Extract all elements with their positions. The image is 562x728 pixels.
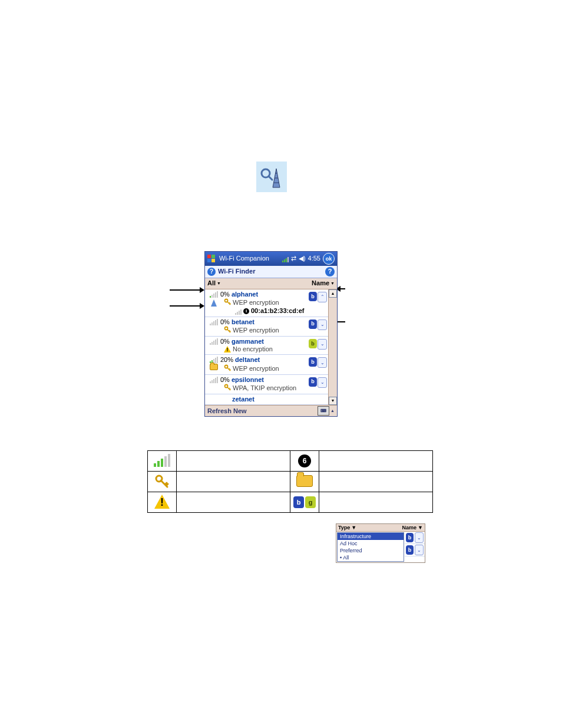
- status-bar: Wi-Fi Companion ⇄ ◀) 4:55 ok: [205, 252, 337, 266]
- network-name: betanet: [232, 318, 254, 326]
- app-title: Wi-Fi Companion: [219, 255, 279, 262]
- legend-signal-icon: [148, 451, 177, 472]
- signal-bars-icon: [210, 338, 218, 345]
- filter-type-menu: InfrastructureAd HocPreferred• All: [337, 532, 404, 562]
- connectivity-icon: ⇄: [291, 255, 296, 262]
- signal-percent: 0%: [220, 376, 230, 384]
- expand-toggle[interactable]: ⌄: [318, 319, 327, 330]
- legend-channel-icon: 6: [290, 451, 319, 472]
- mini-filter-type-dropdown[interactable]: Type ▼: [338, 525, 356, 531]
- scroll-down-button[interactable]: ▼: [329, 397, 337, 405]
- warning-icon: [224, 346, 231, 353]
- filter-sort-bar: All ▼ Name ▼: [205, 278, 337, 289]
- icon-legend-table: 6 b g: [147, 450, 433, 513]
- device-screenshot: Wi-Fi Companion ⇄ ◀) 4:55 ok ? Wi-Fi Fin…: [204, 251, 338, 417]
- band-b-badge: b: [309, 292, 317, 301]
- chevron-down-icon: ▼: [330, 281, 335, 286]
- expand-toggle[interactable]: ⌄: [318, 357, 327, 368]
- expand-toggle[interactable]: ⌄: [318, 377, 327, 388]
- network-row[interactable]: 0% epsilonnetWPA, TKIP encryptionb⌄: [205, 375, 328, 394]
- chevron-down-icon: ▼: [351, 525, 356, 531]
- encryption-label: WEP encryption: [233, 299, 279, 307]
- chevron-up-icon: ▲: [330, 409, 335, 413]
- scroll-up-button[interactable]: ▲: [329, 289, 337, 298]
- ok-button[interactable]: ok: [323, 253, 335, 265]
- callout-arrow-filterbar: [170, 289, 204, 291]
- chevron-down-icon: ▼: [217, 281, 221, 286]
- signal-bars-icon: [210, 376, 218, 383]
- network-list: 0% alphanetWEP encryptioni00:a1:b2:33:cd…: [205, 289, 328, 405]
- filter-type-label: All: [207, 279, 216, 287]
- signal-percent: 20%: [220, 356, 233, 364]
- keyboard-button[interactable]: ⌨: [318, 406, 329, 416]
- band-b-badge: b: [309, 319, 317, 329]
- key-icon: [224, 364, 231, 373]
- network-name: gammanet: [232, 338, 264, 345]
- expand-toggle[interactable]: ⌄: [318, 339, 327, 350]
- signal-status-icon: [282, 255, 289, 262]
- start-button[interactable]: [207, 255, 216, 263]
- signal-percent: 0%: [220, 338, 230, 345]
- svg-rect-6: [207, 255, 211, 258]
- signal-percent: 0%: [220, 291, 230, 298]
- refresh-button[interactable]: Refresh: [207, 407, 232, 415]
- band-b-badge: b: [309, 357, 317, 367]
- callout-arrow-sort: [336, 288, 345, 289]
- svg-rect-8: [207, 259, 211, 262]
- filter-menu-item[interactable]: • All: [338, 554, 404, 561]
- legend-no-encryption-icon: [148, 492, 177, 513]
- new-button[interactable]: New: [233, 407, 247, 415]
- signal-bars-icon: [235, 308, 242, 315]
- help-button[interactable]: ?: [325, 267, 335, 276]
- table-row: [148, 472, 433, 492]
- info-icon: i: [243, 308, 249, 314]
- volume-icon: ◀): [299, 255, 306, 262]
- svg-rect-9: [211, 259, 215, 262]
- expand-toggle[interactable]: ⌃: [318, 292, 327, 302]
- network-row[interactable]: 0% gammanetNo encryptionb⌄: [205, 337, 328, 355]
- mini-filter-type-label: Type: [338, 525, 350, 531]
- key-icon: [224, 384, 231, 393]
- legend-preferred-text: [319, 472, 433, 492]
- network-row[interactable]: 0% betanetWEP encryptionb⌄: [205, 317, 328, 337]
- network-name: epsilonnet: [232, 376, 264, 384]
- mini-sort-dropdown[interactable]: Name ▼: [402, 525, 423, 531]
- mini-sort-label: Name: [402, 525, 417, 531]
- table-row: 6: [148, 451, 433, 472]
- legend-no-encryption-text: [177, 492, 290, 513]
- legend-preferred-icon: [290, 472, 319, 492]
- status-tray: ⇄ ◀) 4:55 ok: [282, 253, 335, 265]
- network-name: zetanet: [232, 396, 254, 403]
- sort-label: Name: [312, 279, 329, 287]
- key-icon: [224, 326, 231, 335]
- chevron-down-icon: ▼: [418, 525, 423, 531]
- scrollbar[interactable]: ▲ ▼: [328, 289, 337, 405]
- filter-menu-item[interactable]: Infrastructure: [338, 533, 404, 540]
- network-row[interactable]: 20% deltanetWEP encryptionb⌄: [205, 355, 328, 374]
- network-name: deltanet: [235, 356, 260, 364]
- sort-dropdown[interactable]: Name ▼: [312, 279, 335, 287]
- legend-encryption-text: [177, 472, 290, 492]
- legend-signal-text: [177, 451, 290, 472]
- encryption-label: No encryption: [233, 345, 273, 353]
- band-b-badge: b: [309, 339, 317, 348]
- clock: 4:55: [308, 255, 320, 262]
- tower-icon: [210, 298, 217, 307]
- bottom-toolbar: Refresh New ⌨ ▲: [205, 405, 337, 416]
- svg-rect-7: [211, 255, 215, 258]
- filter-menu-item[interactable]: Ad Hoc: [338, 540, 404, 547]
- svg-line-1: [269, 176, 272, 180]
- network-name: alphanet: [232, 291, 258, 298]
- folder-icon: [210, 364, 218, 370]
- signal-bars-icon: [210, 291, 218, 298]
- network-row[interactable]: zetanet: [205, 394, 328, 405]
- app-subheader: ? Wi-Fi Finder ?: [205, 266, 337, 278]
- key-icon: [224, 298, 231, 307]
- wifi-finder-icon: ?: [207, 268, 216, 276]
- network-row[interactable]: 0% alphanetWEP encryptioni00:a1:b2:33:cd…: [205, 289, 328, 317]
- filter-type-dropdown[interactable]: All ▼: [207, 279, 221, 287]
- encryption-label: WEP encryption: [233, 327, 279, 334]
- legend-band-icon: b g: [290, 492, 319, 513]
- filter-menu-item[interactable]: Preferred: [338, 547, 404, 554]
- table-row: b g: [148, 492, 433, 513]
